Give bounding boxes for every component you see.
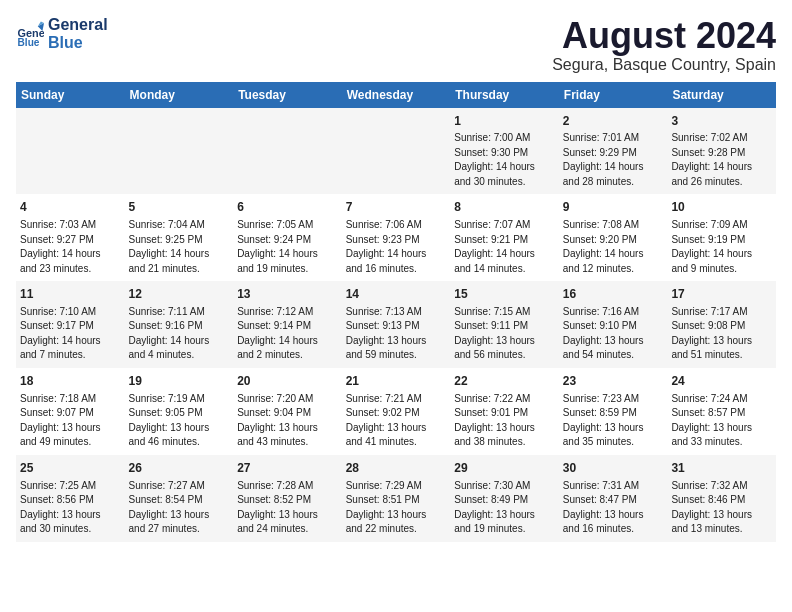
svg-text:Blue: Blue	[18, 38, 40, 49]
day-number: 6	[237, 199, 338, 216]
calendar-cell: 26Sunrise: 7:27 AM Sunset: 8:54 PM Dayli…	[125, 455, 234, 542]
day-info: Sunrise: 7:18 AM Sunset: 9:07 PM Dayligh…	[20, 392, 121, 450]
calendar-cell: 23Sunrise: 7:23 AM Sunset: 8:59 PM Dayli…	[559, 368, 668, 455]
day-number: 5	[129, 199, 230, 216]
day-number: 20	[237, 373, 338, 390]
day-info: Sunrise: 7:12 AM Sunset: 9:14 PM Dayligh…	[237, 305, 338, 363]
main-title: August 2024	[552, 16, 776, 56]
calendar-cell: 8Sunrise: 7:07 AM Sunset: 9:21 PM Daylig…	[450, 194, 559, 281]
day-info: Sunrise: 7:09 AM Sunset: 9:19 PM Dayligh…	[671, 218, 772, 276]
day-number: 1	[454, 113, 555, 130]
day-number: 18	[20, 373, 121, 390]
calendar-cell: 14Sunrise: 7:13 AM Sunset: 9:13 PM Dayli…	[342, 281, 451, 368]
calendar-cell: 2Sunrise: 7:01 AM Sunset: 9:29 PM Daylig…	[559, 108, 668, 195]
day-info: Sunrise: 7:29 AM Sunset: 8:51 PM Dayligh…	[346, 479, 447, 537]
calendar-cell: 25Sunrise: 7:25 AM Sunset: 8:56 PM Dayli…	[16, 455, 125, 542]
calendar-cell: 24Sunrise: 7:24 AM Sunset: 8:57 PM Dayli…	[667, 368, 776, 455]
calendar-cell: 15Sunrise: 7:15 AM Sunset: 9:11 PM Dayli…	[450, 281, 559, 368]
calendar-cell: 21Sunrise: 7:21 AM Sunset: 9:02 PM Dayli…	[342, 368, 451, 455]
day-number: 16	[563, 286, 664, 303]
calendar-cell: 22Sunrise: 7:22 AM Sunset: 9:01 PM Dayli…	[450, 368, 559, 455]
day-info: Sunrise: 7:11 AM Sunset: 9:16 PM Dayligh…	[129, 305, 230, 363]
header: General Blue General Blue August 2024 Se…	[16, 16, 776, 74]
day-number: 12	[129, 286, 230, 303]
day-number: 13	[237, 286, 338, 303]
day-info: Sunrise: 7:28 AM Sunset: 8:52 PM Dayligh…	[237, 479, 338, 537]
calendar-header: SundayMondayTuesdayWednesdayThursdayFrid…	[16, 82, 776, 108]
day-info: Sunrise: 7:31 AM Sunset: 8:47 PM Dayligh…	[563, 479, 664, 537]
calendar-cell: 7Sunrise: 7:06 AM Sunset: 9:23 PM Daylig…	[342, 194, 451, 281]
day-number: 28	[346, 460, 447, 477]
title-block: August 2024 Segura, Basque Country, Spai…	[552, 16, 776, 74]
day-info: Sunrise: 7:20 AM Sunset: 9:04 PM Dayligh…	[237, 392, 338, 450]
calendar-cell: 17Sunrise: 7:17 AM Sunset: 9:08 PM Dayli…	[667, 281, 776, 368]
day-info: Sunrise: 7:23 AM Sunset: 8:59 PM Dayligh…	[563, 392, 664, 450]
header-sunday: Sunday	[16, 82, 125, 108]
day-number: 29	[454, 460, 555, 477]
week-row-1: 1Sunrise: 7:00 AM Sunset: 9:30 PM Daylig…	[16, 108, 776, 195]
header-monday: Monday	[125, 82, 234, 108]
day-number: 7	[346, 199, 447, 216]
week-row-5: 25Sunrise: 7:25 AM Sunset: 8:56 PM Dayli…	[16, 455, 776, 542]
day-info: Sunrise: 7:16 AM Sunset: 9:10 PM Dayligh…	[563, 305, 664, 363]
calendar-cell: 28Sunrise: 7:29 AM Sunset: 8:51 PM Dayli…	[342, 455, 451, 542]
day-info: Sunrise: 7:07 AM Sunset: 9:21 PM Dayligh…	[454, 218, 555, 276]
day-info: Sunrise: 7:21 AM Sunset: 9:02 PM Dayligh…	[346, 392, 447, 450]
logo-icon: General Blue	[16, 20, 44, 48]
calendar-cell: 4Sunrise: 7:03 AM Sunset: 9:27 PM Daylig…	[16, 194, 125, 281]
day-info: Sunrise: 7:10 AM Sunset: 9:17 PM Dayligh…	[20, 305, 121, 363]
calendar-cell	[16, 108, 125, 195]
calendar-cell: 6Sunrise: 7:05 AM Sunset: 9:24 PM Daylig…	[233, 194, 342, 281]
day-info: Sunrise: 7:01 AM Sunset: 9:29 PM Dayligh…	[563, 131, 664, 189]
day-number: 30	[563, 460, 664, 477]
day-info: Sunrise: 7:08 AM Sunset: 9:20 PM Dayligh…	[563, 218, 664, 276]
calendar-cell	[125, 108, 234, 195]
day-number: 25	[20, 460, 121, 477]
calendar-cell: 5Sunrise: 7:04 AM Sunset: 9:25 PM Daylig…	[125, 194, 234, 281]
calendar-cell: 31Sunrise: 7:32 AM Sunset: 8:46 PM Dayli…	[667, 455, 776, 542]
day-number: 27	[237, 460, 338, 477]
day-number: 26	[129, 460, 230, 477]
header-friday: Friday	[559, 82, 668, 108]
day-number: 11	[20, 286, 121, 303]
header-saturday: Saturday	[667, 82, 776, 108]
calendar-body: 1Sunrise: 7:00 AM Sunset: 9:30 PM Daylig…	[16, 108, 776, 542]
logo-blue: Blue	[48, 34, 108, 52]
calendar-cell: 19Sunrise: 7:19 AM Sunset: 9:05 PM Dayli…	[125, 368, 234, 455]
day-number: 14	[346, 286, 447, 303]
day-number: 24	[671, 373, 772, 390]
calendar-cell: 13Sunrise: 7:12 AM Sunset: 9:14 PM Dayli…	[233, 281, 342, 368]
day-info: Sunrise: 7:00 AM Sunset: 9:30 PM Dayligh…	[454, 131, 555, 189]
calendar-table: SundayMondayTuesdayWednesdayThursdayFrid…	[16, 82, 776, 542]
day-number: 9	[563, 199, 664, 216]
day-info: Sunrise: 7:24 AM Sunset: 8:57 PM Dayligh…	[671, 392, 772, 450]
day-number: 23	[563, 373, 664, 390]
header-row: SundayMondayTuesdayWednesdayThursdayFrid…	[16, 82, 776, 108]
week-row-3: 11Sunrise: 7:10 AM Sunset: 9:17 PM Dayli…	[16, 281, 776, 368]
day-number: 4	[20, 199, 121, 216]
calendar-cell: 20Sunrise: 7:20 AM Sunset: 9:04 PM Dayli…	[233, 368, 342, 455]
day-number: 19	[129, 373, 230, 390]
day-info: Sunrise: 7:03 AM Sunset: 9:27 PM Dayligh…	[20, 218, 121, 276]
week-row-2: 4Sunrise: 7:03 AM Sunset: 9:27 PM Daylig…	[16, 194, 776, 281]
calendar-cell: 27Sunrise: 7:28 AM Sunset: 8:52 PM Dayli…	[233, 455, 342, 542]
calendar-cell: 18Sunrise: 7:18 AM Sunset: 9:07 PM Dayli…	[16, 368, 125, 455]
calendar-cell: 11Sunrise: 7:10 AM Sunset: 9:17 PM Dayli…	[16, 281, 125, 368]
header-wednesday: Wednesday	[342, 82, 451, 108]
calendar-cell: 30Sunrise: 7:31 AM Sunset: 8:47 PM Dayli…	[559, 455, 668, 542]
day-info: Sunrise: 7:17 AM Sunset: 9:08 PM Dayligh…	[671, 305, 772, 363]
day-info: Sunrise: 7:05 AM Sunset: 9:24 PM Dayligh…	[237, 218, 338, 276]
calendar-cell: 1Sunrise: 7:00 AM Sunset: 9:30 PM Daylig…	[450, 108, 559, 195]
day-info: Sunrise: 7:13 AM Sunset: 9:13 PM Dayligh…	[346, 305, 447, 363]
calendar-cell: 16Sunrise: 7:16 AM Sunset: 9:10 PM Dayli…	[559, 281, 668, 368]
day-info: Sunrise: 7:19 AM Sunset: 9:05 PM Dayligh…	[129, 392, 230, 450]
day-number: 2	[563, 113, 664, 130]
day-info: Sunrise: 7:02 AM Sunset: 9:28 PM Dayligh…	[671, 131, 772, 189]
subtitle: Segura, Basque Country, Spain	[552, 56, 776, 74]
header-tuesday: Tuesday	[233, 82, 342, 108]
logo-general: General	[48, 16, 108, 34]
day-number: 21	[346, 373, 447, 390]
day-info: Sunrise: 7:32 AM Sunset: 8:46 PM Dayligh…	[671, 479, 772, 537]
calendar-cell	[342, 108, 451, 195]
calendar-cell: 12Sunrise: 7:11 AM Sunset: 9:16 PM Dayli…	[125, 281, 234, 368]
